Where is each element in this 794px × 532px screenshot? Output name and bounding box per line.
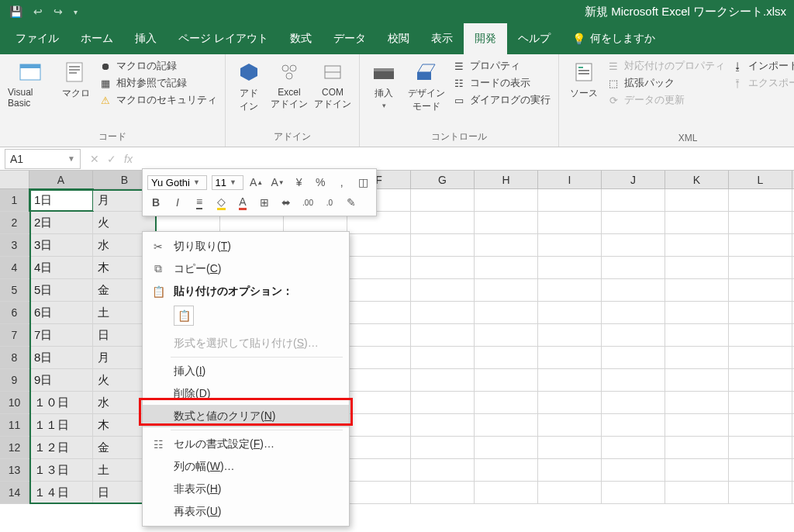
cell[interactable] [729,189,792,211]
menu-cut[interactable]: ✂切り取り(T) [143,235,349,257]
cell[interactable] [538,302,602,323]
cell[interactable]: １０日 [29,392,93,413]
column-header[interactable]: H [475,171,538,188]
macro-security-button[interactable]: ⚠マクロのセキュリティ [99,93,217,107]
cell[interactable] [665,482,729,503]
decrease-font-icon[interactable]: A▼ [269,174,286,191]
cell[interactable]: 9日 [29,369,93,391]
macros-button[interactable]: マクロ [59,57,93,100]
cell[interactable] [347,257,411,278]
cell[interactable] [411,279,475,301]
row-header[interactable]: 6 [0,302,29,323]
merge-icon[interactable]: ⬌ [278,194,295,211]
undo-icon[interactable]: ↩ [33,5,43,18]
cell[interactable]: １１日 [29,414,93,436]
cell[interactable] [729,459,792,481]
cell[interactable] [347,459,411,481]
cell[interactable] [411,302,475,323]
menu-clear-contents[interactable]: 数式と値のクリア(N) [143,405,349,427]
tab-tellme[interactable]: 💡何をしますか [561,23,666,54]
cell[interactable] [411,414,475,436]
row-header[interactable]: 2 [0,212,29,233]
row-header[interactable]: 7 [0,324,29,346]
fill-color-icon[interactable]: ◇ [212,194,230,211]
cell[interactable] [602,392,665,413]
row-header[interactable]: 10 [0,392,29,413]
cell[interactable] [665,324,729,346]
cell[interactable] [538,392,602,413]
cell[interactable] [411,189,475,211]
cell[interactable] [729,369,792,391]
cell[interactable] [475,234,538,256]
cell[interactable] [602,212,665,233]
cell[interactable]: １２日 [29,437,93,458]
menu-insert[interactable]: 挿入(I) [143,360,349,382]
cell[interactable] [602,279,665,301]
cell[interactable] [538,414,602,436]
cell[interactable] [665,392,729,413]
increase-font-icon[interactable]: A▲ [248,174,265,191]
cell[interactable] [475,414,538,436]
import-button[interactable]: ⭳インポート [731,59,794,73]
excel-addins-button[interactable]: Excel アドイン [271,57,308,111]
menu-format-cells[interactable]: ☷セルの書式設定(F)… [143,433,349,455]
cell[interactable] [602,414,665,436]
cell[interactable] [665,459,729,481]
enter-icon[interactable]: ✓ [107,153,116,165]
cell[interactable]: 4日 [29,257,93,278]
cell[interactable] [411,437,475,458]
cell[interactable] [347,482,411,503]
cell[interactable] [538,212,602,233]
cell[interactable] [665,257,729,278]
cell[interactable] [347,279,411,301]
cell[interactable] [347,414,411,436]
insert-control-button[interactable]: 挿入 ▾ [368,57,400,109]
select-all-corner[interactable] [0,171,29,188]
cell[interactable] [729,302,792,323]
cell[interactable] [665,302,729,323]
cell[interactable] [729,234,792,256]
bold-icon[interactable]: B [147,194,164,211]
cell[interactable] [347,392,411,413]
underline-icon[interactable]: ≡ [191,194,208,211]
column-header[interactable]: J [602,171,665,188]
cell[interactable] [538,369,602,391]
cell[interactable] [411,257,475,278]
cell[interactable] [411,459,475,481]
cell[interactable] [347,369,411,391]
source-button[interactable]: ソース [567,57,601,100]
row-header[interactable]: 8 [0,347,29,368]
cell[interactable] [411,369,475,391]
cell[interactable] [602,302,665,323]
italic-icon[interactable]: I [169,194,186,211]
cancel-icon[interactable]: ✕ [90,153,99,165]
cell[interactable] [602,369,665,391]
cell[interactable] [665,414,729,436]
redo-icon[interactable]: ↪ [54,5,63,18]
accounting-format-icon[interactable]: ¥ [291,174,308,191]
cell[interactable] [411,234,475,256]
tab-view[interactable]: 表示 [420,23,464,54]
cell[interactable] [729,257,792,278]
cell[interactable] [602,347,665,368]
cell[interactable] [729,392,792,413]
tab-data[interactable]: データ [323,23,377,54]
cell[interactable]: 5日 [29,279,93,301]
cell[interactable] [665,437,729,458]
column-header[interactable]: I [538,171,602,188]
cell[interactable] [602,437,665,458]
font-size-combo[interactable]: 11▼ [212,175,243,190]
paste-option-icon[interactable]: 📋 [174,306,194,326]
comma-icon[interactable]: , [333,174,350,191]
qat-customize-icon[interactable]: ▾ [74,8,78,16]
menu-copy[interactable]: ⧉コピー(C) [143,257,349,280]
menu-column-width[interactable]: 列の幅(W)… [143,455,349,478]
cell[interactable] [475,302,538,323]
decrease-decimal-icon[interactable]: .0 [321,194,338,211]
cell[interactable] [602,234,665,256]
cell[interactable] [729,414,792,436]
row-header[interactable]: 14 [0,482,29,503]
cell[interactable] [538,189,602,211]
cell[interactable] [538,324,602,346]
visual-basic-button[interactable]: Visual Basic [8,57,53,109]
